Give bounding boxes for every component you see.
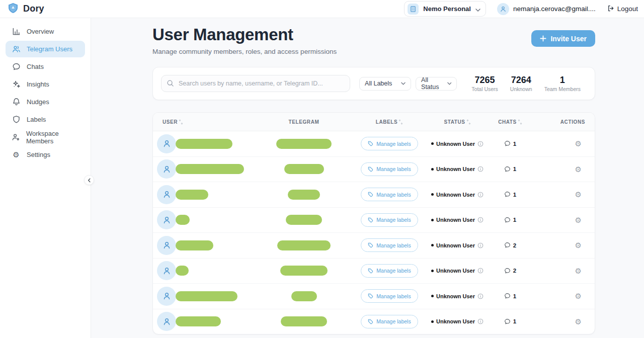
row-settings-gear-icon[interactable]: ⚙ [575,165,582,173]
search-icon [167,79,174,89]
chats-cell: 2 [482,268,538,274]
chats-count: 1 [513,192,516,198]
chats-count: 1 [513,166,516,172]
status-text: Unknown User [436,217,475,223]
chats-cell: 1 [482,293,538,299]
tag-icon [368,166,373,172]
invite-user-button[interactable]: Invite User [531,30,595,47]
sidebar-collapse-button[interactable] [84,175,94,185]
actions-cell: ⚙ [538,318,595,325]
chats-cell: 1 [482,140,538,147]
workspace-switcher[interactable]: Nemo Personal [404,1,486,17]
sidebar-item-chats[interactable]: Chats [6,58,85,75]
user-cell [153,134,261,153]
invite-user-label: Invite User [550,35,587,43]
labels-filter-select[interactable]: All Labels [359,77,411,91]
row-settings-gear-icon[interactable]: ⚙ [575,140,582,147]
table-row: Manage labels Unknown User 2 ⚙ [153,259,595,284]
sidebar-item-settings[interactable]: ⚙Settings [6,146,85,163]
user-avatar [157,134,176,153]
actions-cell: ⚙ [538,267,595,275]
column-header-telegram[interactable]: TELEGRAM [261,119,347,125]
status-dot [431,295,434,297]
user-avatar-icon [497,3,509,15]
sidebar-item-label: Labels [27,116,46,123]
telegram-cell [261,164,347,174]
manage-labels-button[interactable]: Manage labels [361,137,418,150]
chevron-down-icon [475,5,480,14]
labels-cell: Manage labels [347,213,432,227]
row-settings-gear-icon[interactable]: ⚙ [575,267,582,275]
redacted-user-name [176,139,232,149]
manage-labels-button[interactable]: Manage labels [361,264,418,278]
account-info[interactable]: nemanja.cerovac@gmail.... [497,3,596,15]
stat-total-users: 7265 Total Users [465,75,504,92]
manage-labels-button[interactable]: Manage labels [361,289,418,303]
column-header-status[interactable]: STATUS [432,119,482,125]
status-text: Unknown User [436,293,475,299]
user-cell [153,185,261,204]
chat-bubble-icon [504,242,511,248]
logout-button[interactable]: Logout [607,5,638,14]
user-cell [153,261,261,280]
status-filter-select[interactable]: All Status [416,77,457,91]
table-row: Manage labels Unknown User 1 ⚙ [153,131,595,157]
account-email: nemanja.cerovac@gmail.... [513,5,596,13]
column-header-user[interactable]: USER [153,119,261,125]
table-row: Manage labels Unknown User 1 ⚙ [153,208,595,233]
page-subtitle: Manage community members, roles, and acc… [152,48,337,55]
row-settings-gear-icon[interactable]: ⚙ [575,216,582,224]
redacted-telegram-handle [291,291,317,301]
stat-unknown: 7264 Unknown [504,75,538,92]
stat-total-users-label: Total Users [471,86,498,92]
telegram-cell [261,266,347,276]
tag-icon [368,192,373,197]
manage-labels-button[interactable]: Manage labels [361,238,418,252]
telegram-cell [261,291,347,301]
table-header-row: USER TELEGRAM LABELS STATUS [153,113,595,131]
column-header-actions: ACTIONS [538,119,595,125]
sidebar-item-overview[interactable]: Overview [6,23,85,40]
sidebar-item-label: Chats [27,63,44,70]
column-header-labels[interactable]: LABELS [347,119,432,125]
column-header-chats[interactable]: CHATS [482,119,538,125]
sidebar-item-telegram-users[interactable]: Telegram Users [6,41,85,57]
table-row: Manage labels Unknown User 2 ⚙ [153,233,595,259]
redacted-telegram-handle [280,266,328,276]
search-input[interactable] [161,75,350,92]
status-dot [431,219,434,221]
status-filter-value: All Status [421,76,447,91]
manage-labels-button[interactable]: Manage labels [361,188,418,201]
sidebar-item-label: Insights [27,80,49,88]
stat-unknown-label: Unknown [510,86,532,92]
status-dot [431,244,434,246]
chat-bubble-icon [504,318,511,325]
sidebar-item-labels[interactable]: Labels [6,111,85,128]
stats-summary: 7265 Total Users 7264 Unknown 1 Team Mem… [465,75,587,92]
telegram-cell [261,316,347,326]
status-dot [431,270,434,272]
status-cell: Unknown User [432,318,482,324]
logout-label: Logout [617,5,638,13]
chats-count: 2 [513,242,516,248]
sidebar-item-nudges[interactable]: Nudges [6,94,85,110]
manage-labels-button[interactable]: Manage labels [361,315,418,328]
search-box [161,75,350,92]
status-dot [431,168,434,171]
row-settings-gear-icon[interactable]: ⚙ [575,241,582,249]
main-content: User Management Manage community members… [91,18,644,338]
labels-cell: Manage labels [347,137,432,150]
bar-chart-icon [12,27,21,36]
sidebar-item-label: Overview [27,28,54,35]
row-settings-gear-icon[interactable]: ⚙ [575,318,582,325]
redacted-telegram-handle [288,190,320,200]
manage-labels-button[interactable]: Manage labels [361,213,418,227]
sidebar-item-workspace-members[interactable]: Workspace Members [6,129,85,145]
users-table: USER TELEGRAM LABELS STATUS [152,112,595,334]
gear-icon: ⚙ [12,151,21,158]
status-cell: Unknown User [432,242,482,248]
row-settings-gear-icon[interactable]: ⚙ [575,292,582,300]
row-settings-gear-icon[interactable]: ⚙ [575,191,582,198]
sidebar-item-insights[interactable]: Insights [6,76,85,93]
manage-labels-button[interactable]: Manage labels [361,162,418,176]
